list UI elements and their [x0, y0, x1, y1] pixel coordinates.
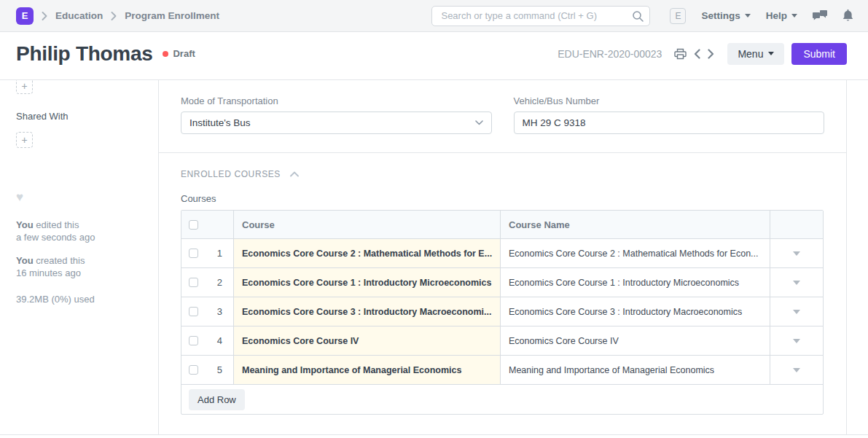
vehicle-bus-number-label: Vehicle/Bus Number [514, 95, 825, 106]
transportation-section: Mode of Transportation Institute's Bus V… [159, 80, 846, 153]
row-index: 3 [217, 306, 222, 317]
row-checkbox[interactable] [189, 307, 198, 316]
menu-button-label: Menu [738, 48, 763, 60]
row-checkbox[interactable] [189, 336, 198, 345]
status-dot-icon [163, 51, 168, 57]
status-badge: Draft [163, 48, 195, 59]
search-input[interactable] [431, 6, 650, 26]
submit-button[interactable]: Submit [791, 43, 847, 65]
notifications-bell-icon[interactable] [842, 9, 853, 22]
caret-down-icon [793, 339, 800, 343]
courses-grid: Course Course Name 1 Economics Core Cour… [181, 210, 824, 415]
row-checkbox[interactable] [189, 365, 198, 375]
course-cell[interactable]: Economics Core Course IV [234, 326, 501, 355]
course-name-cell[interactable]: Economics Core Course 1 : Introductory M… [501, 268, 770, 297]
row-checkbox[interactable] [189, 278, 198, 287]
table-row: 2 Economics Core Course 1 : Introductory… [181, 268, 823, 297]
row-index: 4 [217, 335, 222, 346]
chevron-down-icon [475, 120, 483, 125]
table-row: 4 Economics Core Course IV Economics Cor… [181, 326, 823, 356]
course-cell[interactable]: Meaning and Importance of Managerial Eco… [234, 356, 501, 384]
row-dropdown-caret[interactable] [770, 268, 823, 297]
chevron-right-icon [111, 12, 117, 20]
like-heart-icon[interactable]: ♥ [16, 192, 158, 203]
table-row: 3 Economics Core Course 3 : Introductory… [181, 297, 823, 326]
search-icon [632, 10, 644, 25]
mode-of-transportation-value: Institute's Bus [189, 117, 251, 128]
course-name-cell[interactable]: Meaning and Importance of Managerial Eco… [501, 356, 770, 384]
row-dropdown-caret[interactable] [770, 239, 823, 267]
edited-meta: You edited this a few seconds ago [16, 219, 158, 243]
add-share-button[interactable]: + [16, 132, 33, 148]
user-avatar[interactable]: E [670, 8, 686, 24]
form-main: Mode of Transportation Institute's Bus V… [159, 80, 847, 434]
add-row-button[interactable]: Add Row [189, 389, 245, 410]
section-collapse-toggle[interactable]: ENROLLED COURSES [181, 169, 824, 179]
navbar: E Education Program Enrollment E Setting… [0, 0, 868, 32]
row-index: 2 [217, 277, 222, 288]
row-dropdown-caret[interactable] [770, 326, 823, 355]
course-cell[interactable]: Economics Core Course 1 : Introductory M… [234, 268, 501, 297]
chevron-up-icon [290, 171, 299, 177]
edited-when: a few seconds ago [16, 232, 95, 243]
select-all-checkbox[interactable] [189, 220, 198, 230]
right-gutter [847, 80, 868, 434]
app-logo[interactable]: E [16, 7, 34, 25]
created-who: You [16, 255, 34, 266]
courses-grid-label: Courses [181, 193, 824, 204]
edited-who: You [16, 219, 34, 230]
course-name-cell[interactable]: Economics Core Course 3 : Introductory M… [501, 297, 770, 326]
next-doc-chevron-icon[interactable] [704, 49, 718, 59]
settings-label: Settings [701, 10, 740, 21]
page-title: Philip Thomas [16, 42, 152, 66]
table-row: 5 Meaning and Importance of Managerial E… [181, 356, 823, 385]
course-name-cell[interactable]: Economics Core Course IV [501, 326, 770, 355]
course-name-cell[interactable]: Economics Core Course 2 : Mathematical M… [501, 239, 770, 267]
vehicle-bus-number-input[interactable] [523, 117, 816, 128]
global-search [431, 6, 650, 26]
prev-doc-chevron-icon[interactable] [690, 49, 704, 59]
page-head: Philip Thomas Draft EDU-ENR-2020-00023 M… [0, 32, 868, 80]
grid-footer: Add Row [181, 385, 823, 414]
help-label: Help [766, 10, 787, 21]
status-label: Draft [173, 48, 195, 59]
caret-down-icon [745, 14, 751, 17]
breadcrumb-education[interactable]: Education [55, 10, 103, 21]
created-meta: You created this 16 minutes ago [16, 254, 158, 279]
course-cell[interactable]: Economics Core Course 3 : Introductory M… [234, 297, 501, 326]
chat-icon[interactable] [813, 10, 827, 22]
caret-down-icon [793, 310, 800, 314]
settings-menu[interactable]: Settings [701, 10, 750, 21]
table-row: 1 Economics Core Course 2 : Mathematical… [181, 239, 823, 268]
page-actions: EDU-ENR-2020-00023 Menu Submit [558, 43, 847, 65]
menu-button[interactable]: Menu [727, 43, 784, 65]
help-menu[interactable]: Help [766, 10, 797, 21]
row-dropdown-caret[interactable] [770, 356, 823, 384]
chevron-right-icon [42, 12, 47, 20]
course-name-column-header: Course Name [501, 211, 770, 238]
print-icon[interactable] [670, 48, 690, 60]
add-attachment-button[interactable]: + [16, 80, 33, 94]
caret-down-icon [793, 251, 800, 256]
mode-of-transportation-label: Mode of Transportation [181, 95, 492, 106]
breadcrumb-program-enrollment[interactable]: Program Enrollment [125, 10, 219, 21]
mode-of-transportation-select[interactable]: Institute's Bus [181, 112, 492, 134]
created-when: 16 minutes ago [16, 267, 81, 278]
grid-header-row: Course Course Name [181, 211, 823, 239]
caret-down-icon [791, 14, 797, 17]
caret-down-icon [793, 368, 800, 372]
form-sidebar: + Shared With + ♥ You edited this a few … [0, 80, 159, 434]
row-dropdown-caret[interactable] [770, 297, 823, 326]
content-area: + Shared With + ♥ You edited this a few … [0, 80, 868, 435]
row-checkbox[interactable] [189, 249, 198, 258]
caret-down-icon [768, 52, 774, 55]
row-index: 5 [217, 364, 222, 375]
navbar-right: E Settings Help [670, 8, 853, 24]
edited-action: edited this [34, 219, 79, 230]
caret-down-icon [793, 281, 800, 285]
section-title: ENROLLED COURSES [181, 169, 281, 179]
course-cell[interactable]: Economics Core Course 2 : Mathematical M… [234, 239, 501, 267]
course-column-header: Course [234, 211, 501, 238]
vehicle-bus-number-control [514, 112, 825, 134]
row-index: 1 [217, 248, 222, 259]
